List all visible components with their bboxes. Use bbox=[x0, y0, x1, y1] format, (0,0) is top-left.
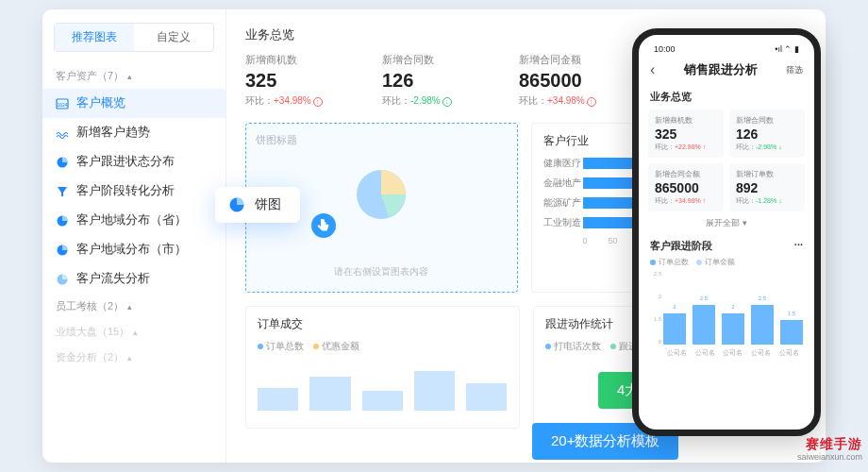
phone-kpi: 新增合同数126环比：-2.98% ↓ bbox=[729, 110, 805, 158]
sidebar-item-overview[interactable]: 1624客户概览 bbox=[42, 89, 225, 118]
expand-button[interactable]: 展开全部 ▾ bbox=[648, 211, 805, 235]
back-button[interactable]: ‹ bbox=[650, 61, 655, 78]
phone-time: 10:00 bbox=[654, 44, 676, 54]
popup-label: 饼图 bbox=[255, 196, 281, 213]
phone-header: ‹ 销售跟进分析 筛选 bbox=[648, 58, 805, 86]
kpi-change: 环比：+34.98%↑ bbox=[519, 94, 618, 108]
signal-icon: •ıl ⌃ ▮ bbox=[775, 44, 799, 54]
kpi-contracts: 新增合同数 126 环比：-2.98%↓ bbox=[382, 53, 481, 108]
arrow-down-icon: ↓ bbox=[442, 97, 452, 107]
y-axis-left: 2.521.50 bbox=[650, 271, 661, 345]
pie-icon bbox=[228, 196, 245, 213]
group-label: 资金分析（2） bbox=[56, 350, 124, 364]
group-label: 员工考核（2） bbox=[56, 299, 124, 313]
chevron-up-icon: ▴ bbox=[127, 302, 132, 312]
sidebar-item-new-trend[interactable]: 新增客户趋势 bbox=[42, 118, 225, 147]
item-label: 客户流失分析 bbox=[76, 271, 150, 287]
pie-icon bbox=[56, 214, 69, 228]
pie-icon bbox=[56, 244, 69, 257]
wave-icon bbox=[56, 126, 69, 140]
kpi-label: 新增合同数 bbox=[736, 115, 798, 126]
phone-mock: 10:00•ıl ⌃ ▮ ‹ 销售跟进分析 筛选 业务总览 新增商机数325环比… bbox=[632, 28, 821, 436]
item-label: 客户地域分布（省） bbox=[76, 212, 187, 228]
pie-icon bbox=[56, 156, 69, 169]
item-label: 客户跟进状态分布 bbox=[76, 154, 175, 170]
group-label: 客户资产（7） bbox=[56, 69, 124, 83]
filter-button[interactable]: 筛选 bbox=[786, 64, 803, 76]
kpi-contract-amount: 新增合同金额 865000 环比：+34.98%↑ bbox=[519, 53, 618, 108]
hbar-label: 金融地产 bbox=[543, 177, 583, 190]
placeholder-hint: 请在右侧设置图表内容 bbox=[246, 265, 517, 278]
phone-section-title: 业务总览 bbox=[650, 90, 803, 104]
x-axis: 公司名公司名公司名公司名公司名 bbox=[663, 349, 803, 358]
phone-title: 销售跟进分析 bbox=[684, 61, 758, 78]
sidebar-item-region-city[interactable]: 客户地域分布（市） bbox=[42, 235, 225, 264]
item-label: 客户地域分布（市） bbox=[76, 242, 187, 258]
phone-kpi-grid: 新增商机数325环比：+22.98% ↑ 新增合同数126环比：-2.98% ↓… bbox=[648, 110, 805, 211]
group-funds[interactable]: 资金分析（2）▴ bbox=[42, 345, 225, 370]
mini-chart bbox=[258, 354, 508, 411]
kpi-change: 环比：+34.98% ↑ bbox=[655, 196, 717, 206]
tab-custom[interactable]: 自定义 bbox=[134, 24, 213, 51]
watermark-url: saiweianxun.com bbox=[797, 452, 862, 463]
group-employee[interactable]: 员工考核（2）▴ bbox=[42, 294, 225, 319]
svg-text:1624: 1624 bbox=[57, 102, 67, 108]
kpi-label: 新增订单数 bbox=[736, 169, 798, 179]
sidebar-item-follow-status[interactable]: 客户跟进状态分布 bbox=[42, 147, 225, 177]
kpi-value: 865000 bbox=[519, 70, 618, 92]
hbar-label: 健康医疗 bbox=[543, 157, 583, 170]
chevron-up-icon: ▴ bbox=[133, 328, 138, 337]
kpi-value: 325 bbox=[655, 126, 717, 142]
pie-placeholder-icon bbox=[351, 164, 411, 225]
chevron-up-icon: ▴ bbox=[127, 72, 132, 81]
item-label: 新增客户趋势 bbox=[76, 125, 150, 141]
funnel-icon bbox=[56, 185, 69, 198]
card-title: 订单成交 bbox=[258, 316, 508, 332]
group-performance[interactable]: 业绩大盘（15）▴ bbox=[42, 319, 225, 345]
hbar-bar bbox=[583, 217, 636, 228]
kpi-value: 126 bbox=[382, 70, 481, 92]
phone-status-bar: 10:00•ıl ⌃ ▮ bbox=[648, 44, 805, 58]
watermark: 赛维手游 saiweianxun.com bbox=[797, 436, 862, 463]
placeholder-title: 饼图标题 bbox=[256, 133, 508, 147]
hbar-label: 能源矿产 bbox=[543, 196, 583, 210]
sidebar-item-stage[interactable]: 客户阶段转化分析 bbox=[42, 177, 225, 206]
chart-type-popup[interactable]: 饼图 bbox=[215, 187, 300, 223]
phone-legend: 订单总数订单金额 bbox=[650, 257, 803, 267]
chevron-up-icon: ▴ bbox=[127, 353, 132, 362]
sidebar-tabs: 推荐图表 自定义 bbox=[54, 23, 214, 52]
kpi-change: 环比：-1.28% ↓ bbox=[736, 196, 798, 206]
kpi-change: 环比：+34.98%↑ bbox=[245, 94, 344, 108]
watermark-brand: 赛维手游 bbox=[797, 436, 862, 452]
phone-kpi: 新增合同金额865000环比：+34.98% ↑ bbox=[648, 163, 724, 211]
kpi-change: 环比：-2.98%↓ bbox=[382, 94, 481, 108]
kpi-label: 新增合同数 bbox=[382, 53, 481, 67]
kpi-opportunities: 新增商机数 325 环比：+34.98%↑ bbox=[245, 53, 344, 108]
kpi-change: 环比：+22.98% ↑ bbox=[655, 143, 717, 152]
kpi-value: 865000 bbox=[655, 180, 717, 195]
sidebar-item-churn[interactable]: 客户流失分析 bbox=[42, 264, 225, 294]
hbar-label: 工业制造 bbox=[543, 216, 583, 229]
kpi-value: 325 bbox=[245, 70, 344, 92]
deal-card: 订单成交 订单总数优惠金额 bbox=[245, 306, 520, 429]
kpi-label: 新增商机数 bbox=[245, 53, 344, 67]
legend: 订单总数优惠金额 bbox=[258, 340, 508, 353]
sidebar-item-region-province[interactable]: 客户地域分布（省） bbox=[42, 206, 225, 235]
phone-kpi: 新增商机数325环比：+22.98% ↑ bbox=[648, 110, 724, 158]
item-label: 客户概览 bbox=[76, 95, 125, 111]
tab-recommended[interactable]: 推荐图表 bbox=[55, 24, 134, 51]
hand-cursor-icon bbox=[308, 210, 340, 242]
phone-chart: 2.521.50 2 2.5 2 2.5 1.5 公司名公司名公司名公司名公司名 bbox=[650, 271, 803, 358]
kpi-value: 126 bbox=[736, 126, 798, 142]
more-icon[interactable]: ··· bbox=[794, 239, 803, 253]
kpi-change: 环比：-2.98% ↓ bbox=[736, 143, 798, 152]
item-label: 客户阶段转化分析 bbox=[76, 183, 175, 199]
arrow-up-icon: ↑ bbox=[313, 97, 323, 107]
arrow-up-icon: ↑ bbox=[587, 97, 596, 107]
kpi-label: 新增合同金额 bbox=[519, 53, 618, 67]
phone-kpi: 新增订单数892环比：-1.28% ↓ bbox=[729, 163, 805, 211]
group-customer-assets[interactable]: 客户资产（7）▴ bbox=[42, 63, 225, 89]
pie-light-icon bbox=[56, 273, 69, 286]
kpi-label: 新增商机数 bbox=[655, 115, 717, 126]
phone-section-title: 客户跟进阶段··· bbox=[650, 239, 803, 253]
